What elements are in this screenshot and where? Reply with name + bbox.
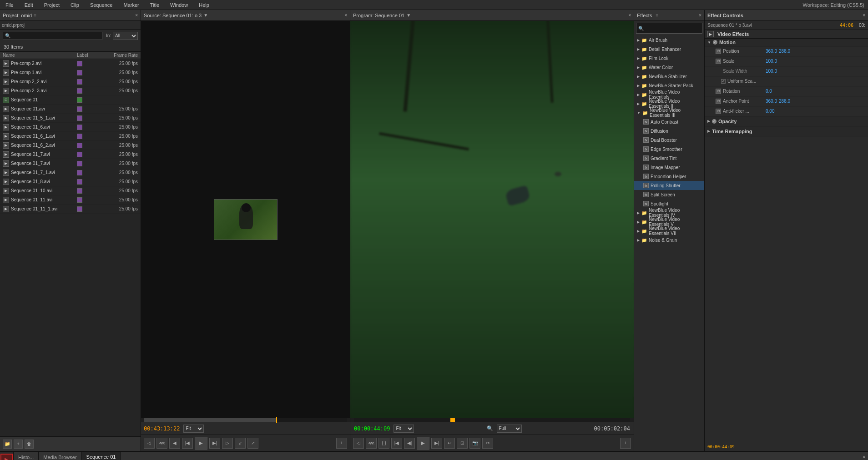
project-list-item[interactable]: ⊡ Sequence 01 xyxy=(0,95,141,105)
tab-sequence01[interactable]: Sequence 01 xyxy=(82,452,121,460)
motion-enable[interactable]: ✓ xyxy=(713,40,717,45)
ec-close[interactable]: × xyxy=(863,13,865,18)
project-list-item[interactable]: ▶ Pre-comp 1.avi 25.00 fps xyxy=(0,68,141,77)
project-list-item[interactable]: ▶ Sequence 01_6_1.avi 25.00 fps xyxy=(0,132,141,141)
menu-title[interactable]: Title xyxy=(148,1,161,9)
tab-history[interactable]: Histo... xyxy=(14,452,39,460)
position-anim-btn[interactable]: ⏱ xyxy=(716,49,721,54)
menu-help[interactable]: Help xyxy=(197,1,211,9)
position-x-value[interactable]: 360.0 xyxy=(766,49,777,54)
src-mark-in[interactable]: ◁ xyxy=(144,438,155,449)
src-step-next[interactable]: ▶| xyxy=(209,438,220,449)
new-bin-btn[interactable]: 📁 xyxy=(3,440,12,449)
project-list-item[interactable]: ▶ Pre-comp 2_2.avi 25.00 fps xyxy=(0,77,141,86)
program-fit-select[interactable]: Fit xyxy=(394,425,414,433)
effect-item[interactable]: fx Image Mapper xyxy=(634,163,704,172)
scale-value[interactable]: 100.0 xyxy=(766,59,777,64)
effect-folder[interactable]: ▶ 📁 Water Color xyxy=(634,63,704,72)
src-mark-out[interactable]: ▷ xyxy=(222,438,233,449)
anchor-x-value[interactable]: 360.0 xyxy=(766,99,777,104)
project-list-item[interactable]: ▶ Sequence 01_11_1.avi 25.00 fps xyxy=(0,205,141,214)
src-overwrite[interactable]: ↗ xyxy=(247,438,258,449)
menu-file[interactable]: File xyxy=(4,1,15,9)
effect-folder[interactable]: ▶ 📁 NewBlue Video Essentials IV xyxy=(634,208,704,217)
antiflicker-anim-btn[interactable]: ⏱ xyxy=(716,109,721,114)
effect-item[interactable]: fx Auto Contrast xyxy=(634,117,704,126)
effect-item[interactable]: fx Gradient Tint xyxy=(634,154,704,163)
effect-folder[interactable]: ▶ 📁 NewBlue Video Essentials II xyxy=(634,99,704,108)
scale-anim-btn[interactable]: ⏱ xyxy=(716,59,721,64)
menu-window[interactable]: Window xyxy=(168,1,190,9)
prog-trim[interactable]: ✂ xyxy=(482,438,493,449)
effects-close[interactable]: × xyxy=(699,13,701,18)
project-list-item[interactable]: ▶ Sequence 01_8.avi 25.00 fps xyxy=(0,177,141,186)
effect-folder[interactable]: ▶ 📁 Detail Enhancer xyxy=(634,45,704,54)
prog-step-fwd[interactable]: ◀| xyxy=(404,438,415,449)
project-list-item[interactable]: ▶ Sequence 01_7_1.avi 25.00 fps xyxy=(0,168,141,177)
scale-width-value[interactable]: 100.0 xyxy=(766,69,777,74)
source-close[interactable]: × xyxy=(344,13,347,18)
anchor-y-value[interactable]: 288.0 xyxy=(779,99,790,104)
effect-folder[interactable]: ▶ 📁 NewBlue Video Essentials xyxy=(634,90,704,99)
project-search-input[interactable] xyxy=(3,32,102,40)
project-list-item[interactable]: ▶ Sequence 01_6_2.avi 25.00 fps xyxy=(0,141,141,150)
project-list-item[interactable]: ▶ Sequence 01_10.avi 25.00 fps xyxy=(0,186,141,195)
effect-folder[interactable]: ▶ 📁 NewBlue Video Essentials VII xyxy=(634,226,704,235)
effect-item[interactable]: fx Rolling Shutter xyxy=(634,181,704,190)
prog-mark-clip[interactable]: { } xyxy=(378,438,389,449)
prog-more[interactable]: + xyxy=(620,438,631,449)
effect-folder[interactable]: ▶ 📁 NewBlue Starter Pack xyxy=(634,81,704,90)
project-list-item[interactable]: ▶ Pre-comp 2_3.avi 25.00 fps xyxy=(0,86,141,95)
panel-close-btn[interactable]: × xyxy=(135,13,138,18)
prog-step-next[interactable]: ▶| xyxy=(431,438,442,449)
prog-export[interactable]: 📷 xyxy=(469,438,480,449)
ec-anim-toggle[interactable]: ▶ xyxy=(707,31,714,37)
anchor-anim-btn[interactable]: ⏱ xyxy=(716,99,721,104)
src-more[interactable]: + xyxy=(336,438,347,449)
timeline-close[interactable]: × xyxy=(860,455,868,460)
col-framerate-header[interactable]: Frame Rate xyxy=(106,53,138,58)
effect-folder[interactable]: ▼ 📁 NewBlue Video Essentials III xyxy=(634,108,704,117)
src-step-back[interactable]: ◀ xyxy=(169,438,180,449)
prog-mark-in[interactable]: ◁ xyxy=(353,438,364,449)
program-close[interactable]: × xyxy=(628,13,631,18)
effect-item[interactable]: fx Split Screen xyxy=(634,190,704,199)
col-label-header[interactable]: Label xyxy=(77,53,104,58)
effect-folder[interactable]: ▶ 📁 Film Look xyxy=(634,54,704,63)
source-fit-select[interactable]: Fit xyxy=(183,425,204,433)
antiflicker-value[interactable]: 0.00 xyxy=(766,109,774,114)
motion-chevron[interactable]: ▼ xyxy=(707,40,711,45)
menu-sequence[interactable]: Sequence xyxy=(88,1,115,9)
program-dropdown[interactable]: ▼ xyxy=(406,13,411,18)
col-name-header[interactable]: Name xyxy=(3,53,75,58)
position-y-value[interactable]: 288.0 xyxy=(779,49,790,54)
effect-item[interactable]: fx Dual Booster xyxy=(634,135,704,145)
menu-project[interactable]: Project xyxy=(42,1,61,9)
project-list-item[interactable]: ▶ Sequence 01.avi 25.00 fps xyxy=(0,105,141,114)
timeremap-chevron[interactable]: ▶ xyxy=(707,129,710,133)
source-dropdown[interactable]: ▼ xyxy=(203,13,208,18)
src-step-back5[interactable]: ⋘ xyxy=(156,438,167,449)
menu-marker[interactable]: Marker xyxy=(121,1,141,9)
tab-media-browser[interactable]: Media Browser xyxy=(39,452,81,460)
program-quality-select[interactable]: Full xyxy=(497,425,522,433)
prog-loop[interactable]: ↩ xyxy=(444,438,455,449)
magnify-icon[interactable]: 🔍 xyxy=(487,425,493,431)
project-list-item[interactable]: ▶ Sequence 01_7.avi 25.00 fps xyxy=(0,159,141,168)
project-list-item[interactable]: ▶ Sequence 01_7.avi 25.00 fps xyxy=(0,150,141,159)
panel-menu-icon[interactable]: ≡ xyxy=(34,13,36,18)
rotation-anim-btn[interactable]: ⏱ xyxy=(716,89,721,94)
effect-folder[interactable]: ▶ 📁 Noise & Grain xyxy=(634,235,704,245)
prog-step-back[interactable]: |◀ xyxy=(391,438,402,449)
project-list-item[interactable]: ▶ Sequence 01_6.avi 25.00 fps xyxy=(0,123,141,132)
effect-item[interactable]: fx Proportion Helper xyxy=(634,172,704,181)
prog-safe-margins[interactable]: ⊡ xyxy=(457,438,468,449)
new-item-btn[interactable]: + xyxy=(14,440,23,449)
opacity-chevron[interactable]: ▶ xyxy=(707,119,710,123)
uniform-scale-check[interactable]: ✓ xyxy=(721,79,726,84)
effect-item[interactable]: fx Diffusion xyxy=(634,126,704,135)
effect-folder[interactable]: ▶ 📁 NewBlue Stabilizer xyxy=(634,72,704,81)
selection-tool[interactable] xyxy=(0,454,13,460)
src-insert[interactable]: ↙ xyxy=(235,438,246,449)
src-step-fwd5[interactable]: |◀ xyxy=(182,438,193,449)
